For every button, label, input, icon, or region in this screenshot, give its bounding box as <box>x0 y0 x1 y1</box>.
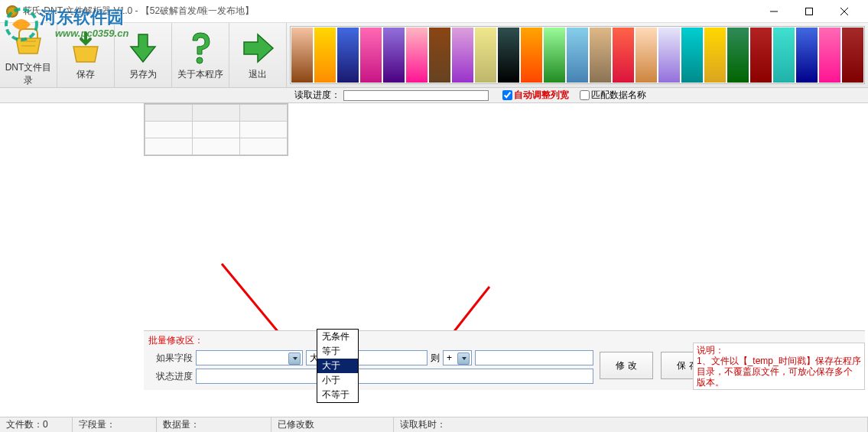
modify-button[interactable]: 修 改 <box>600 352 653 379</box>
grid-cell[interactable] <box>145 138 193 155</box>
svg-rect-2 <box>806 8 813 15</box>
save-button[interactable]: 保存 <box>57 23 115 87</box>
status-label: 状态进度 <box>148 370 193 383</box>
status-files: 文件数：0 <box>0 417 73 432</box>
arrow-right-green-icon <box>239 30 276 67</box>
status-elapsed: 读取耗时： <box>394 417 868 432</box>
dropdown-option[interactable]: 小于 <box>317 373 358 388</box>
basket-icon <box>10 23 47 60</box>
exit-button[interactable]: 退出 <box>229 23 287 87</box>
dropdown-option[interactable]: 不等于 <box>317 388 358 402</box>
status-rows: 数据量： <box>157 417 271 432</box>
progress-label: 读取进度： <box>294 89 340 102</box>
grid-cell[interactable] <box>240 122 288 138</box>
close-button[interactable] <box>827 0 862 23</box>
status-bar: 文件数：0 字段量： 数据量： 已修改数 读取耗时： <box>0 417 868 432</box>
grid-cell[interactable] <box>193 122 240 138</box>
condition-op-dropdown[interactable]: 无条件 等于 大于 小于 不等于 <box>317 329 359 403</box>
dropdown-option[interactable]: 等于 <box>317 344 358 359</box>
saveas-button[interactable]: 另存为 <box>115 23 172 87</box>
saveas-label: 另存为 <box>129 68 157 81</box>
dropdown-option[interactable]: 无条件 <box>317 330 358 344</box>
read-progress-bar <box>343 90 489 101</box>
banner-image <box>290 26 865 84</box>
toolbar: DNT文件目录 保存 另存为 关于本程序 退出 <box>0 23 868 88</box>
grid-cell[interactable] <box>145 122 193 138</box>
info-panel: 说明： 1、文件以【_temp_时间戳】保存在程序目录，不覆盖原文件，可放心保存… <box>693 343 865 390</box>
options-bar: 读取进度： 自动调整列宽 匹配数据名称 <box>0 88 868 103</box>
grid-cell[interactable] <box>240 138 288 155</box>
svg-point-7 <box>197 57 203 63</box>
save-label: 保存 <box>76 68 95 81</box>
arrow-down-green-icon <box>125 30 161 67</box>
condition-value-input[interactable] <box>351 350 427 365</box>
open-dir-label: DNT文件目录 <box>2 61 55 87</box>
grid-header-cell[interactable] <box>240 105 288 122</box>
grid-header-cell[interactable] <box>145 105 193 122</box>
action-op-select[interactable]: + <box>443 350 472 365</box>
auto-width-checkbox[interactable]: 自动调整列宽 <box>502 89 569 102</box>
window-title: 花氏 DNT 文件解析器 V1.0 - 【52破解首发/唯一发布地】 <box>23 5 756 18</box>
data-grid[interactable] <box>144 103 288 156</box>
status-modified: 已修改数 <box>271 417 394 432</box>
maximize-button[interactable] <box>792 0 827 23</box>
main-area: 批量修改区： 如果字段 大于 则 + 状态进度 修 改 <box>0 103 868 390</box>
match-name-input[interactable] <box>580 90 590 100</box>
about-label: 关于本程序 <box>177 68 223 81</box>
info-line: 1、文件以【_temp_时间戳】保存在程序目录，不覆盖原文件，可放心保存多个版本… <box>697 356 861 388</box>
condition-field-select[interactable] <box>196 350 303 365</box>
app-icon <box>6 5 18 18</box>
open-dir-button[interactable]: DNT文件目录 <box>0 23 57 87</box>
about-button[interactable]: 关于本程序 <box>172 23 229 87</box>
grid-cell[interactable] <box>193 138 240 155</box>
grid-header-cell[interactable] <box>193 105 240 122</box>
if-label: 如果字段 <box>148 352 193 365</box>
then-label: 则 <box>431 352 440 365</box>
title-bar: 花氏 DNT 文件解析器 V1.0 - 【52破解首发/唯一发布地】 <box>0 0 868 23</box>
info-header: 说明： <box>697 345 861 356</box>
question-icon <box>182 30 219 67</box>
basket-arrow-icon <box>67 30 104 67</box>
match-name-checkbox[interactable]: 匹配数据名称 <box>580 89 646 102</box>
dropdown-option-selected[interactable]: 大于 <box>317 359 358 373</box>
minimize-button[interactable] <box>756 0 792 23</box>
exit-label: 退出 <box>249 68 267 81</box>
status-progress-field <box>196 369 593 384</box>
action-value-input[interactable] <box>475 350 593 365</box>
status-fields: 字段量： <box>73 417 157 432</box>
auto-width-input[interactable] <box>502 90 512 100</box>
